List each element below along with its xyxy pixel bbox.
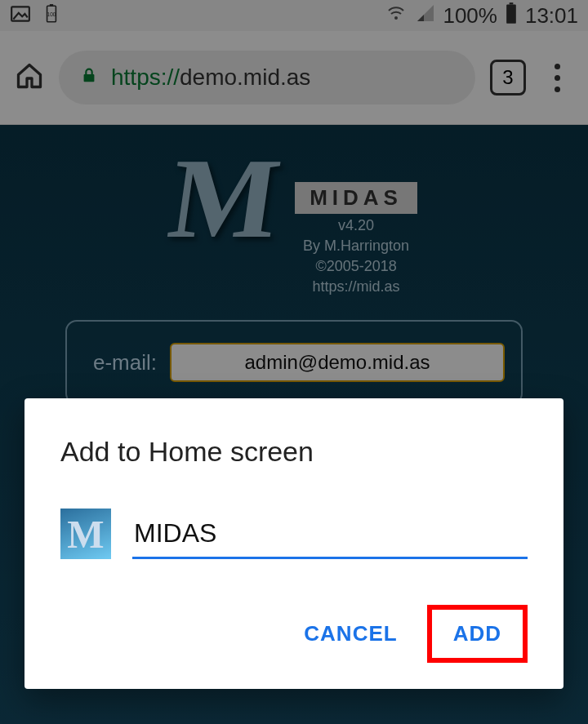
cancel-button[interactable]: CANCEL xyxy=(286,610,415,658)
app-shortcut-icon: M xyxy=(60,509,111,559)
add-button[interactable]: ADD xyxy=(427,605,528,663)
dialog-title: Add to Home screen xyxy=(60,436,528,468)
shortcut-name-input[interactable] xyxy=(132,513,528,559)
add-to-home-dialog: Add to Home screen M CANCEL ADD xyxy=(24,398,564,689)
